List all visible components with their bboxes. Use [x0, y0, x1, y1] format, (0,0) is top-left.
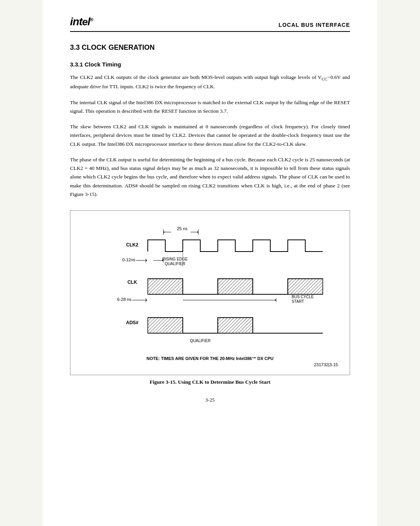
svg-text:QUALIFIER: QUALIFIER	[190, 339, 211, 343]
svg-rect-23	[288, 279, 323, 294]
svg-text:RISING EDGE: RISING EDGE	[162, 257, 188, 261]
page-header: intel® LOCAL BUS INTERFACE	[70, 16, 350, 32]
svg-rect-22	[218, 279, 253, 294]
figure-ref: 231732|3-15	[82, 362, 338, 367]
svg-rect-21	[148, 279, 183, 294]
svg-text:CLK2: CLK2	[126, 242, 138, 248]
section-heading: 3.3 CLOCK GENERATION	[70, 44, 350, 52]
subsection-heading: 3.3.1 Clock Timing	[70, 61, 350, 68]
svg-rect-35	[148, 318, 183, 333]
paragraph-3: The skew between CLK2 and CLK signals is…	[70, 122, 350, 149]
svg-text:ADS#: ADS#	[126, 320, 138, 325]
paragraph-2: The internal CLK signal of the Intel386 …	[70, 98, 350, 116]
page-number: 3-25	[70, 397, 350, 403]
svg-rect-36	[218, 318, 253, 333]
figure-note: NOTE: TIMES ARE GIVEN FOR THE 20-MHz Int…	[82, 356, 338, 361]
intel-logo: intel®	[70, 16, 93, 28]
paragraph-4: The phase of the CLK output is useful fo…	[70, 156, 350, 199]
figure-box: 25 ns CLK2 0-12ns RISING EDGE QUALIFIER	[70, 210, 350, 375]
svg-text:25 ns: 25 ns	[177, 226, 187, 231]
figure-caption: Figure 3-15. Using CLK to Determine Bus …	[70, 379, 350, 385]
svg-text:0-12ns: 0-12ns	[122, 257, 135, 262]
paragraph-1: The CLK2 and CLK outputs of the clock ge…	[70, 73, 350, 91]
svg-text:START: START	[292, 299, 304, 304]
svg-text:BUS CYCLE: BUS CYCLE	[292, 295, 314, 299]
svg-text:QUALIFIER: QUALIFIER	[165, 262, 186, 266]
timing-diagram: 25 ns CLK2 0-12ns RISING EDGE QUALIFIER	[86, 218, 334, 351]
svg-text:6-28 ns: 6-28 ns	[117, 297, 131, 302]
svg-text:CLK: CLK	[128, 280, 137, 285]
header-title: LOCAL BUS INTERFACE	[278, 22, 350, 28]
